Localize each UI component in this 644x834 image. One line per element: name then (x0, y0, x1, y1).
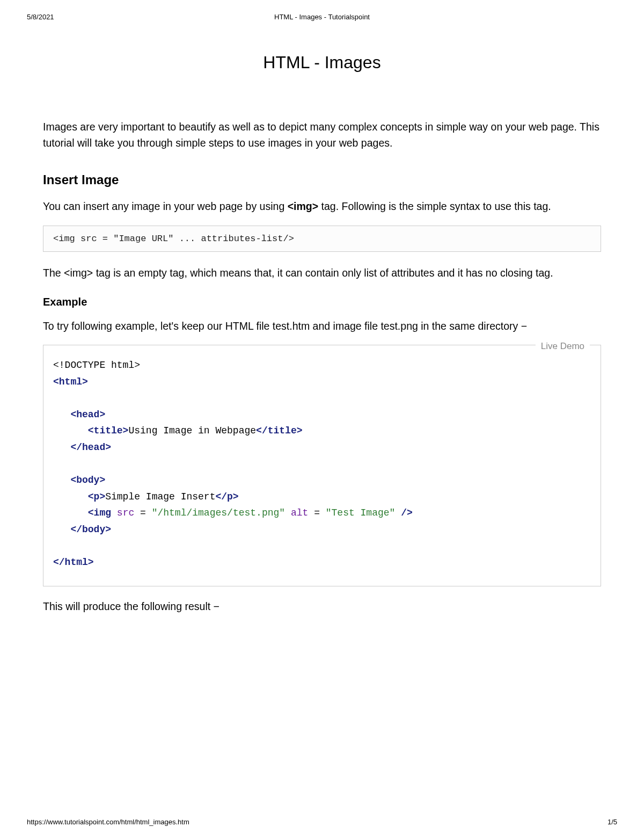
code-p-text: Simple Image Insert (105, 491, 215, 502)
syntax-code-box: <img src = "Image URL" ... attributes-li… (43, 226, 601, 252)
code-img-close: /> (395, 507, 412, 518)
code-title-close: </title> (256, 425, 302, 436)
code-eq1: = (134, 507, 151, 518)
insert-image-paragraph-1: You can insert any image in your web pag… (43, 198, 601, 214)
code-html-open: <html> (53, 376, 88, 387)
section-heading-insert-image: Insert Image (43, 172, 601, 187)
intro-paragraph: Images are very important to beautify as… (43, 119, 601, 151)
example-heading: Example (43, 296, 601, 308)
img-tag-bold: <img> (288, 200, 318, 212)
footer-url: https://www.tutorialspoint.com/html/html… (27, 818, 189, 826)
code-src-val: "/html/images/test.png" (152, 507, 285, 518)
para1-after: tag. Following is the simple syntax to u… (318, 200, 551, 212)
code-img-open: <img (88, 507, 111, 518)
code-doctype: <!DOCTYPE html> (53, 360, 140, 371)
code-body-open: <body> (70, 475, 105, 485)
footer-page-number: 1/5 (608, 818, 617, 826)
code-alt-attr: alt (285, 507, 308, 518)
code-alt-val: "Test Image" (326, 507, 396, 518)
code-title-text: Using Image in Webpage (128, 425, 256, 436)
print-header-title: HTML - Images - Tutorialspoint (0, 13, 644, 21)
code-p-close: </p> (215, 491, 238, 502)
code-src-attr: src (111, 507, 134, 518)
code-title-open: <title> (88, 425, 129, 436)
result-paragraph: This will produce the following result − (43, 600, 601, 613)
code-p-open: <p> (88, 491, 105, 502)
example-code-box: Live Demo<!DOCTYPE html> <html> <head> <… (43, 345, 601, 586)
page-title: HTML - Images (43, 53, 601, 72)
code-html-close: </html> (53, 557, 94, 568)
live-demo-link[interactable]: Live Demo (536, 339, 590, 354)
code-eq2: = (308, 507, 325, 518)
page-content: HTML - Images Images are very important … (43, 48, 601, 613)
example-paragraph: To try following example, let's keep our… (43, 318, 601, 334)
para1-before: You can insert any image in your web pag… (43, 200, 288, 212)
insert-image-paragraph-2: The <img> tag is an empty tag, which mea… (43, 265, 601, 281)
code-body-close: </body> (70, 524, 111, 535)
code-head-close: </head> (70, 442, 111, 453)
code-head-open: <head> (70, 409, 105, 420)
